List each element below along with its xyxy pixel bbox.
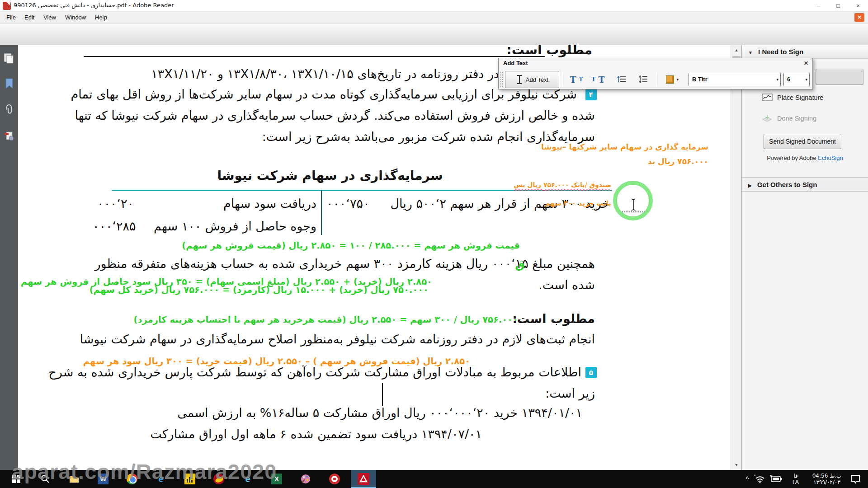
vertical-scrollbar[interactable]: ▲ ▼ xyxy=(731,45,741,470)
send-signed-document-button[interactable]: Send Signed Document xyxy=(764,134,841,149)
menu-file[interactable]: File xyxy=(2,12,20,23)
clock-indicator[interactable]: ب.ظ 04:56 ۱۳۹۹/۰۲/۰۳ xyxy=(807,473,847,488)
menu-help[interactable]: Help xyxy=(90,12,112,23)
letter-t-large: T xyxy=(570,75,576,84)
font-family-value: B Titr xyxy=(692,73,708,86)
place-signature-label: Place Signature xyxy=(777,94,823,101)
adobe-reader-button[interactable] xyxy=(351,470,376,488)
maximize-button[interactable]: □ xyxy=(828,0,848,12)
place-signature-item[interactable]: Place Signature xyxy=(762,92,823,103)
text-cursor xyxy=(382,383,383,406)
add-text-tool-button[interactable]: Add Text xyxy=(505,71,559,88)
color-swatch-icon xyxy=(666,75,674,84)
battery-icon[interactable] xyxy=(769,474,783,488)
increase-font-size-button[interactable]: TT xyxy=(588,71,608,88)
language-indicator[interactable]: فا FA xyxy=(788,473,804,488)
text-cursor-icon xyxy=(516,75,523,84)
tray-date: ۱۳۹۹/۰۲/۰۳ xyxy=(807,479,847,485)
language-en-label: FA xyxy=(788,479,804,485)
bookmarks-icon[interactable] xyxy=(3,78,15,89)
sign-panel: ▼ I Need to Sign Place Signature Done Si… xyxy=(741,45,868,470)
letter-t-small: T xyxy=(591,76,595,83)
taccount-divider xyxy=(321,190,322,235)
video-watermark: aparat.com/Razmara2020 xyxy=(12,459,277,484)
menu-window[interactable]: Window xyxy=(61,12,90,23)
tray-expand-chevron-icon[interactable]: ^ xyxy=(741,470,754,488)
font-family-select[interactable]: B Titr ▾ xyxy=(689,73,781,86)
paragraph-spacing-button[interactable] xyxy=(612,71,632,88)
close-button[interactable]: × xyxy=(848,0,868,12)
powered-by-text: Powered by Adobe xyxy=(767,155,818,161)
annotation-fee-mark: ق xyxy=(515,258,525,271)
decrease-font-size-button[interactable]: TT xyxy=(566,71,586,88)
doc-dates-line: در دفتر روزنامه در تاریخ‌های ۱۳X۱/۸/۳۰، … xyxy=(151,67,499,81)
add-text-button-label: Add Text xyxy=(526,76,548,83)
scroll-down-icon[interactable]: ▼ xyxy=(731,460,742,470)
collapse-triangle-icon: ▼ xyxy=(748,50,753,55)
echosign-link[interactable]: EchoSign xyxy=(818,155,843,161)
i-need-to-sign-header[interactable]: ▼ I Need to Sign xyxy=(742,45,868,59)
menu-view[interactable]: View xyxy=(39,12,61,23)
page-thumbnails-icon[interactable] xyxy=(3,52,15,64)
wifi-star-badge: * xyxy=(754,474,756,478)
annotation-sale-price-formula: قیمت فروش هر سهم = ۲۸۵.۰۰۰ / ۱۰۰ = ۲.۸۵۰… xyxy=(182,240,520,251)
ruling-line xyxy=(84,56,545,57)
add-text-toolbar: Add Text ✕ Add Text TT TT ▾ B Titr ▾ 6 ▾ xyxy=(498,58,813,89)
expand-triangle-icon: ▶ xyxy=(748,183,752,188)
line-spacing-button[interactable] xyxy=(633,71,653,88)
doc-para4-line2: شده و خالص ارزش فروش استفاده می‌کند. گرد… xyxy=(75,108,595,122)
toolbar-separator xyxy=(657,73,657,86)
powered-by-line: Powered by Adobe EchoSign xyxy=(742,155,868,161)
problem-4-badge: ۴ xyxy=(585,89,597,100)
minimize-button[interactable]: – xyxy=(808,0,828,12)
annotation-overlap-formula-b: ۷۵۰.۰۰۰ ریال (خرید) + ۱۵.۰۰۰ ریال (کارمز… xyxy=(90,285,429,295)
add-text-close-icon[interactable]: ✕ xyxy=(802,60,810,67)
svg-text:i: i xyxy=(11,136,12,141)
done-signing-icon xyxy=(762,113,773,123)
adobe-reader-icon xyxy=(358,473,369,485)
language-fa-label: فا xyxy=(788,473,804,479)
letter-t-large: T xyxy=(598,75,604,84)
taccount-credit-row1-text: دریافت سود سهام xyxy=(223,197,316,211)
add-text-toolbar-title: Add Text xyxy=(503,60,528,66)
paint-button[interactable] xyxy=(293,470,318,488)
panel-button-partial xyxy=(816,69,863,85)
attachments-icon[interactable] xyxy=(3,104,15,116)
annotation-cash-bank: صندوق /بانک ۷۵۶.۰۰۰ ریال بس xyxy=(514,181,611,188)
menu-bar: File Edit View Window Help ✕ xyxy=(0,12,868,23)
doc-para5-line1: اطلاعات مربوط به مبادلات اوراق مشارکت شر… xyxy=(48,365,581,379)
menu-edit[interactable]: Edit xyxy=(20,12,39,23)
font-dropdown-caret-icon: ▾ xyxy=(776,73,778,86)
wifi-icon[interactable]: * xyxy=(754,474,766,488)
signatures-panel-icon[interactable]: i xyxy=(3,130,15,142)
get-others-to-sign-header[interactable]: ▶ Get Others to Sign xyxy=(742,177,868,192)
text-color-button[interactable]: ▾ xyxy=(660,71,685,88)
tray-time: ب.ظ 04:56 xyxy=(807,473,847,479)
font-size-select[interactable]: 6 ▾ xyxy=(783,73,810,86)
annotation-purchase-overlay: بابت خرید ۳۰۰ سهم xyxy=(545,199,611,207)
toolbar-drag-handle[interactable] xyxy=(500,72,503,87)
action-center-icon xyxy=(850,474,861,484)
action-center-button[interactable] xyxy=(850,474,861,488)
find-close-icon[interactable]: ✕ xyxy=(854,13,864,22)
done-signing-label: Done Signing xyxy=(777,115,816,122)
doc-fee-line2: شده است. xyxy=(538,278,595,292)
toolbar-separator xyxy=(563,73,563,86)
annotation-cost-per-share-formula: ۷۵۶.۰۰۰ ریال / ۳۰۰ سهم = ۲.۵۵۰ ریال (قیم… xyxy=(134,314,518,325)
window-title: 990126 حسابداری - دانش فنی تخصصی.pdf - A… xyxy=(14,2,174,9)
doc-heading: مطلوب است: xyxy=(507,45,592,57)
doc-date2-line: ۱۳۹۴/۰۷/۰۱ دریافت سود تضمین شده ۶ ماهه ا… xyxy=(150,427,482,441)
signature-icon xyxy=(762,93,773,103)
screen: { "colors": { "accent_orange": "#f7941d"… xyxy=(0,0,868,488)
record-ring-icon xyxy=(329,474,340,484)
scroll-up-icon[interactable]: ▲ xyxy=(731,45,742,55)
taccount-debit-amount: ۷۵۰‘۰۰۰ xyxy=(326,197,370,211)
text-placement-guide xyxy=(622,211,645,212)
color-caret-icon: ▾ xyxy=(677,77,679,82)
get-others-to-sign-label: Get Others to Sign xyxy=(757,181,817,188)
doc-para5-line2: زیر است: xyxy=(545,386,595,400)
recorder-app-button[interactable] xyxy=(322,470,347,488)
size-dropdown-caret-icon: ▾ xyxy=(805,73,807,86)
pdf-page-canvas[interactable]: مطلوب است: در دفتر روزنامه در تاریخ‌های … xyxy=(18,45,731,470)
paragraph-spacing-icon xyxy=(617,75,627,84)
